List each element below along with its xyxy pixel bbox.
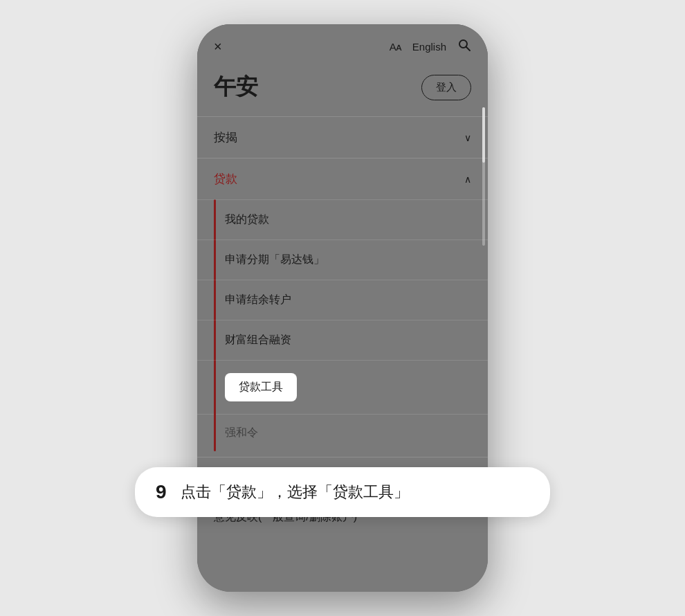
menu-item-mortgage[interactable]: 按揭 ∨	[197, 116, 488, 158]
chevron-down-icon: ∨	[464, 132, 471, 143]
menu-item-mortgage-label: 按揭	[214, 129, 237, 145]
submenu-installment-label: 申请分期「易达钱」	[225, 253, 325, 267]
top-bar-right: Aᴀ English	[390, 38, 471, 55]
submenu-installment[interactable]: 申请分期「易达钱」	[197, 239, 488, 280]
header-section: 午安 登入	[197, 66, 488, 116]
submenu-balance-transfer[interactable]: 申请结余转户	[197, 280, 488, 320]
login-button[interactable]: 登入	[421, 75, 471, 100]
svg-line-1	[466, 47, 471, 51]
close-button[interactable]: ×	[214, 39, 222, 55]
submenu-loan-tools[interactable]: 贷款工具	[197, 360, 488, 414]
language-button[interactable]: English	[412, 41, 446, 53]
loan-tools-label: 贷款工具	[239, 381, 283, 392]
partial-item: 强和令	[197, 414, 488, 451]
submenu-my-loan-label: 我的贷款	[225, 212, 269, 227]
submenu-my-loan[interactable]: 我的贷款	[197, 199, 488, 239]
scrollbar[interactable]	[482, 107, 485, 246]
scrollbar-thumb	[482, 107, 485, 163]
greeting-text: 午安	[214, 72, 258, 102]
search-button[interactable]	[457, 38, 471, 55]
font-size-button[interactable]: Aᴀ	[390, 41, 401, 53]
loan-submenu: 我的贷款 申请分期「易达钱」 申请结余转户 财富组合融资 贷款工具	[197, 199, 488, 451]
partial-label: 强和令	[225, 426, 258, 438]
top-bar: × Aᴀ English	[197, 24, 488, 66]
instruction-bubble: 9 点击「贷款」，选择「贷款工具」	[135, 467, 550, 517]
instruction-text: 点击「贷款」，选择「贷款工具」	[181, 482, 409, 502]
chevron-up-icon: ∧	[464, 174, 471, 185]
menu-item-loan-label: 贷款	[214, 171, 237, 187]
submenu-wealth-combo[interactable]: 财富组合融资	[197, 320, 488, 360]
step-number: 9	[156, 481, 172, 503]
menu-content: 按揭 ∨ 贷款 ∧ 我的贷款 申请分期「易达钱」	[197, 116, 488, 451]
submenu-balance-transfer-label: 申请结余转户	[225, 293, 291, 307]
phone-wrapper: × Aᴀ English 午安 登入	[197, 24, 488, 592]
menu-item-loan[interactable]: 贷款 ∧	[197, 158, 488, 199]
loan-tools-button[interactable]: 贷款工具	[225, 373, 297, 401]
submenu-wealth-combo-label: 财富组合融资	[225, 333, 291, 347]
